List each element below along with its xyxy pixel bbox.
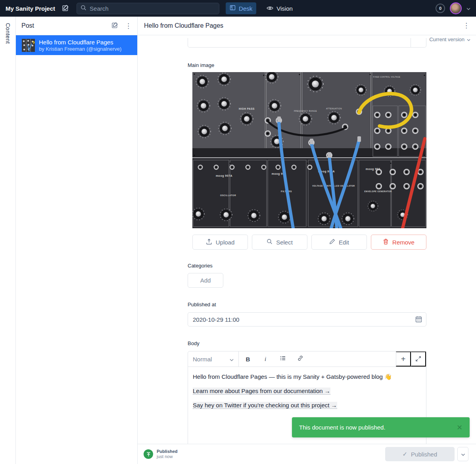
check-icon: ✓ <box>403 451 408 458</box>
ellipsis-vertical-icon: ⋮ <box>125 22 132 30</box>
remove-button[interactable]: Remove <box>371 235 426 250</box>
version-selector[interactable]: Current version <box>429 36 470 42</box>
plus-icon: + <box>401 355 406 364</box>
upload-button[interactable]: Upload <box>192 235 248 250</box>
document-editor-pane: Hello from Cloudflare Pages ⋮ Current ve… <box>138 17 476 464</box>
expand-icon <box>415 355 421 364</box>
bold-button[interactable]: B <box>242 353 254 365</box>
insert-block-button[interactable]: + <box>396 351 411 367</box>
publish-menu-button[interactable] <box>457 447 468 461</box>
search-input[interactable] <box>90 5 215 12</box>
select-button[interactable]: Select <box>252 235 307 250</box>
link-icon <box>297 355 303 363</box>
main-image-label: Main image <box>188 62 214 68</box>
list-item-title: Hello from Cloudflare Pages <box>39 38 121 46</box>
bullet-list-icon <box>280 355 286 363</box>
list-item-hello-from-cloudflare-pages[interactable]: Hello from Cloudflare Pages by Kristian … <box>16 35 137 55</box>
create-post-button[interactable] <box>111 21 119 30</box>
photo-label: ATTENUATION <box>326 107 342 110</box>
slug-field-cutoff[interactable] <box>188 38 426 48</box>
list-item-thumbnail <box>22 39 35 52</box>
trash-icon <box>383 239 389 246</box>
status-title: Published <box>157 449 178 454</box>
content-rail-label: Content <box>5 23 11 44</box>
photo-label: OSCILLATOR <box>220 194 236 197</box>
desk-icon <box>230 5 236 12</box>
style-select[interactable]: Normal <box>188 351 239 367</box>
upload-label: Upload <box>216 239 235 246</box>
compose-icon <box>111 21 119 30</box>
project-title: My Sanity Project <box>6 5 55 12</box>
list-pane-title: Post <box>21 22 34 29</box>
tab-vision-label: Vision <box>276 5 293 12</box>
document-status-bar: Published just now ✓ Published <box>138 444 476 464</box>
tab-desk-label: Desk <box>239 5 252 12</box>
list-pane-header: Post ⋮ <box>16 17 137 35</box>
style-select-value: Normal <box>193 356 212 363</box>
remove-label: Remove <box>392 239 415 246</box>
status-time: just now <box>157 454 178 459</box>
photo-label: FREQUENCY RANGE <box>294 110 317 112</box>
italic-icon: i <box>265 356 266 363</box>
upload-icon <box>206 239 212 246</box>
eye-icon <box>267 5 273 12</box>
body-label: Body <box>188 340 200 346</box>
edit-button[interactable]: Edit <box>311 235 367 250</box>
notifications-badge[interactable]: 0 <box>436 4 445 13</box>
tab-vision[interactable]: Vision <box>263 2 297 14</box>
ellipsis-vertical-icon: ⋮ <box>463 22 470 29</box>
content-rail[interactable]: Content <box>0 17 16 464</box>
categories-label: Categories <box>188 263 213 269</box>
published-at-field <box>188 312 426 327</box>
photo-label: moog 907A <box>216 174 232 178</box>
bullet-list-button[interactable] <box>277 353 289 365</box>
editor-content[interactable]: Hello from Cloudflare Pages — this is my… <box>188 367 426 421</box>
photo-label: FIXED CONTROL VOLTAGE <box>373 76 401 78</box>
body-link-documentation[interactable]: Learn more about Pages from our document… <box>193 388 330 395</box>
photo-label: ENVELOPE GENERATOR <box>364 190 392 193</box>
close-icon[interactable]: ✕ <box>457 423 463 432</box>
main-image-photo[interactable]: HIGH PASS FREQUENCY RANGE ATTENUATION FI… <box>192 72 426 228</box>
doc-header: Hello from Cloudflare Pages ⋮ <box>138 17 476 35</box>
search-icon <box>81 5 86 12</box>
published-at-label: Published at <box>188 302 216 307</box>
chevron-down-icon <box>467 36 470 42</box>
chevron-down-icon <box>230 356 234 363</box>
document-list-pane: Post ⋮ <box>16 17 138 464</box>
new-document-button[interactable] <box>61 4 69 13</box>
chevron-down-icon <box>461 451 465 457</box>
photo-label: HIGH PASS <box>239 107 255 110</box>
fullscreen-button[interactable] <box>411 351 426 367</box>
top-navbar: My Sanity Project Desk Vision 0 <box>0 0 476 17</box>
select-label: Select <box>276 239 293 246</box>
edit-label: Edit <box>339 239 349 246</box>
pencil-icon <box>329 239 335 246</box>
version-label: Current version <box>429 36 464 42</box>
doc-title: Hello from Cloudflare Pages <box>144 22 223 29</box>
body-link-twitter[interactable]: Say hey on Twitter if you're checking ou… <box>193 402 337 409</box>
list-item-subtitle: by Kristian Freeman (@signalnerve) <box>39 46 121 52</box>
publish-status-icon <box>144 449 153 459</box>
list-menu-button[interactable]: ⋮ <box>125 23 132 29</box>
calendar-icon[interactable] <box>415 316 422 324</box>
doc-menu-button[interactable]: ⋮ <box>463 22 470 29</box>
sanity-studio: My Sanity Project Desk Vision 0 <box>0 0 476 464</box>
publish-button[interactable]: ✓ Published <box>385 447 455 461</box>
publish-success-toast: This document is now published. ✕ <box>292 417 470 437</box>
body-paragraph: Hello from Cloudflare Pages — this is my… <box>193 372 421 381</box>
link-button[interactable] <box>294 353 306 365</box>
global-search[interactable] <box>77 3 219 14</box>
toast-message: This document is now published. <box>299 424 386 431</box>
tab-desk[interactable]: Desk <box>226 2 256 14</box>
publish-button-label: Published <box>411 451 437 458</box>
compose-icon <box>61 4 69 13</box>
search-icon <box>267 239 273 246</box>
add-category-button[interactable]: Add <box>188 273 223 288</box>
italic-button[interactable]: i <box>259 353 271 365</box>
bold-icon: B <box>246 356 250 363</box>
published-at-input[interactable] <box>188 312 426 327</box>
photo-label: moog 902 <box>366 168 380 171</box>
editor-toolbar: Normal B i <box>188 351 426 367</box>
chevron-down-icon[interactable] <box>466 5 470 12</box>
user-avatar[interactable] <box>450 2 462 14</box>
